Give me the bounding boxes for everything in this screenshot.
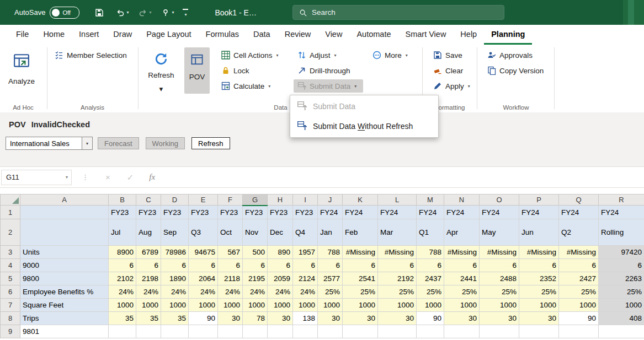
tab-page-layout[interactable]: Page Layout (139, 25, 198, 45)
menu-item-submit-data[interactable]: Submit Data (290, 96, 438, 116)
cell-I9[interactable] (293, 325, 318, 338)
cell-R3[interactable]: 97420 (599, 246, 644, 259)
cell-C8[interactable]: 35 (136, 312, 161, 325)
pov-button[interactable]: POV (184, 47, 210, 94)
cell-J9[interactable] (318, 325, 343, 338)
cell-A3[interactable]: Units (20, 246, 109, 259)
cell-D5[interactable]: 1890 (161, 272, 189, 285)
cancel-icon[interactable]: × (105, 172, 110, 182)
cell-O1[interactable]: FY24 (480, 206, 519, 219)
cell-C7[interactable]: 1000 (136, 299, 161, 312)
cell-E4[interactable]: 6 (189, 259, 218, 272)
cell-K5[interactable]: 2541 (343, 272, 378, 285)
cell-P2[interactable]: Jun (519, 219, 559, 246)
cell-D6[interactable]: 24% (161, 285, 189, 299)
cell-I1[interactable]: FY23 (293, 206, 318, 219)
cell-K9[interactable] (343, 325, 378, 338)
cell-I5[interactable]: 2124 (293, 272, 318, 285)
cell-G3[interactable]: 500 (243, 246, 268, 259)
tab-review[interactable]: Review (278, 25, 318, 45)
cell-Q4[interactable]: 6 (559, 259, 599, 272)
cell-I7[interactable]: 1000 (293, 299, 318, 312)
cell-E9[interactable] (189, 325, 218, 338)
cell-B2[interactable]: Jul (109, 219, 136, 246)
cell-Q1[interactable]: FY24 (559, 206, 599, 219)
cell-K4[interactable]: 6 (343, 259, 378, 272)
cell-M7[interactable]: 1000 (417, 299, 444, 312)
cell-B3[interactable]: 8900 (109, 246, 136, 259)
cell-D8[interactable]: 35 (161, 312, 189, 325)
cell-P5[interactable]: 2352 (519, 272, 559, 285)
cell-R8[interactable]: 408 (599, 312, 644, 325)
cell-O5[interactable]: 2488 (480, 272, 519, 285)
cell-G8[interactable]: 78 (243, 312, 268, 325)
cell-C6[interactable]: 24% (136, 285, 161, 299)
more-button[interactable]: More ▾ (369, 48, 412, 62)
adjust-button[interactable]: Adjust ▾ (294, 48, 340, 62)
cell-P7[interactable]: 1000 (519, 299, 559, 312)
cell-N7[interactable]: 1000 (444, 299, 480, 312)
row-header-7[interactable]: 7 (1, 299, 20, 312)
column-header-N[interactable]: N (444, 195, 480, 206)
cell-I4[interactable]: 6 (293, 259, 318, 272)
name-box[interactable]: G11 ▾ (1, 170, 72, 185)
cell-M9[interactable] (417, 325, 444, 338)
row-header-8[interactable]: 8 (1, 312, 20, 325)
cell-H1[interactable]: FY23 (268, 206, 293, 219)
cell-O4[interactable]: 6 (480, 259, 519, 272)
cell-O6[interactable]: 25% (480, 285, 519, 299)
cell-N3[interactable]: #Missing (444, 246, 480, 259)
autosave-control[interactable]: AutoSave Off (14, 7, 79, 19)
pov-dimension-combo[interactable]: International Sales ▾ (6, 137, 93, 150)
cell-H5[interactable]: 2059 (268, 272, 293, 285)
touch-mode-icon[interactable]: ▾ (161, 8, 174, 17)
cell-Q9[interactable] (559, 325, 599, 338)
column-header-I[interactable]: I (293, 195, 318, 206)
column-header-L[interactable]: L (378, 195, 417, 206)
tab-view[interactable]: View (318, 25, 349, 45)
cell-K1[interactable]: FY24 (343, 206, 378, 219)
member-selection-button[interactable]: Member Selection (51, 48, 131, 62)
cell-N9[interactable] (444, 325, 480, 338)
cell-E1[interactable]: FY23 (189, 206, 218, 219)
menu-item-submit-data-without-refresh[interactable]: Submit Data Without Refresh (290, 116, 438, 136)
select-all-corner[interactable] (1, 195, 20, 206)
cell-A9[interactable]: 9801 (20, 325, 109, 338)
cell-J3[interactable]: 788 (318, 246, 343, 259)
cell-O9[interactable] (480, 325, 519, 338)
column-header-H[interactable]: H (268, 195, 293, 206)
cell-G6[interactable]: 24% (243, 285, 268, 299)
cell-A6[interactable]: Employee Benefits % (20, 285, 109, 299)
cell-H9[interactable] (268, 325, 293, 338)
row-header-2[interactable]: 2 (1, 219, 20, 246)
cell-F4[interactable]: 6 (218, 259, 243, 272)
cell-J5[interactable]: 2577 (318, 272, 343, 285)
cell-F2[interactable]: Oct (218, 219, 243, 246)
cell-F7[interactable]: 1000 (218, 299, 243, 312)
pov-refresh-button[interactable]: Refresh (191, 137, 230, 149)
cell-D2[interactable]: Sep (161, 219, 189, 246)
cell-C9[interactable] (136, 325, 161, 338)
cell-J6[interactable]: 25% (318, 285, 343, 299)
qat-customize-icon[interactable]: ▾ (183, 9, 188, 17)
tab-smart-view[interactable]: Smart View (398, 25, 453, 45)
cell-H8[interactable]: 30 (268, 312, 293, 325)
cell-Q3[interactable]: #Missing (559, 246, 599, 259)
cell-H2[interactable]: Dec (268, 219, 293, 246)
column-header-G[interactable]: G (243, 195, 268, 206)
lock-button[interactable]: Lock (217, 64, 253, 77)
cell-R7[interactable]: 1000 (599, 299, 644, 312)
pov-working-button[interactable]: Working (146, 137, 185, 149)
cell-G5[interactable]: 2195 (243, 272, 268, 285)
cell-F1[interactable]: FY23 (218, 206, 243, 219)
cell-F9[interactable] (218, 325, 243, 338)
approvals-button[interactable]: Approvals (483, 48, 536, 62)
cell-R5[interactable]: 2263 (599, 272, 644, 285)
cell-F3[interactable]: 567 (218, 246, 243, 259)
cell-F6[interactable]: 24% (218, 285, 243, 299)
cell-D1[interactable]: FY23 (161, 206, 189, 219)
column-header-B[interactable]: B (109, 195, 136, 206)
cell-J4[interactable]: 6 (318, 259, 343, 272)
cell-Q6[interactable]: 25% (559, 285, 599, 299)
apply-button[interactable]: Apply ▾ (429, 79, 474, 93)
